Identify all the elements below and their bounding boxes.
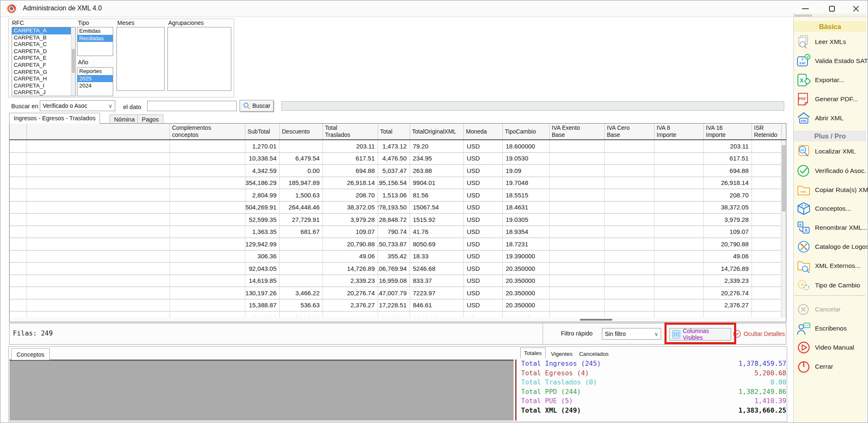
table-cell[interactable]: 10,338.54	[245, 153, 280, 165]
sidebar-item-escribenos[interactable]: Escribenos	[796, 320, 866, 337]
table-cell[interactable]: 19.0305	[503, 214, 550, 226]
table-cell[interactable]	[280, 238, 323, 250]
grid-horizontal-scrollbar[interactable]	[10, 318, 781, 322]
table-cell[interactable]	[170, 153, 245, 165]
table-cell[interactable]	[550, 177, 605, 189]
table-cell[interactable]	[10, 214, 27, 226]
table-cell[interactable]	[655, 263, 704, 275]
table-cell[interactable]: 17,228.51	[378, 299, 410, 311]
table-cell[interactable]	[605, 311, 655, 318]
list-item[interactable]: CARPETA_H	[12, 75, 75, 83]
table-cell[interactable]	[10, 238, 27, 250]
table-cell[interactable]: 4,476.50	[378, 153, 410, 165]
sidebar-item-verificado[interactable]: Verificado ó Asoc.	[796, 163, 866, 179]
grid-horizontal-thumb[interactable]	[580, 319, 612, 321]
sidebar-item-generar-pdf[interactable]: PDF Generar PDF...	[796, 91, 866, 107]
table-cell[interactable]: 355.42	[378, 250, 410, 263]
rfc-listbox[interactable]: CARPETA_ACARPETA_BCARPETA_CCARPETA_DCARP…	[12, 27, 76, 96]
table-cell[interactable]: 5,037.47	[378, 165, 410, 177]
table-cell[interactable]: 18.7231	[503, 238, 550, 250]
column-header[interactable]	[27, 124, 170, 139]
anio-listbox[interactable]: Reportes20252024	[77, 67, 113, 96]
table-cell[interactable]: ﹒﹒﹒﹒﹒﹒	[704, 311, 752, 318]
table-cell[interactable]: 92,043.05	[245, 263, 280, 275]
grid-vertical-thumb[interactable]	[782, 145, 786, 212]
table-cell[interactable]: 147,007.79	[378, 287, 410, 299]
table-cell[interactable]	[550, 189, 605, 201]
column-header[interactable]: Descuento	[280, 124, 323, 139]
table-cell[interactable]: 41.76	[410, 226, 464, 238]
table-cell[interactable]	[605, 238, 655, 250]
table-cell[interactable]: 20,790.88	[704, 238, 752, 250]
column-header[interactable]: Complementos conceptos	[170, 124, 245, 139]
table-cell[interactable]	[752, 299, 782, 311]
table-cell[interactable]	[10, 287, 27, 299]
table-cell[interactable]	[10, 177, 27, 189]
table-cell[interactable]: 18.33	[410, 250, 464, 263]
table-cell[interactable]: 2,339.23	[704, 275, 752, 287]
table-cell[interactable]	[605, 226, 655, 238]
list-item[interactable]: CARPETA_B	[12, 34, 75, 41]
table-row-clipped[interactable]: ﹒﹒﹒﹒﹒﹒﹒﹒﹒﹒﹒﹒﹒﹒﹒﹒﹒﹒﹒﹒﹒﹒﹒﹒﹒﹒﹒﹒﹒﹒﹒﹒﹒﹒﹒﹒﹒﹒﹒﹒…	[10, 311, 786, 318]
table-cell[interactable]	[752, 165, 782, 177]
table-cell[interactable]: 26,918.14	[704, 177, 752, 189]
table-cell[interactable]	[10, 202, 27, 214]
table-cell[interactable]	[550, 140, 605, 152]
table-cell[interactable]	[655, 153, 704, 165]
table-cell[interactable]: 208.70	[704, 189, 752, 201]
column-header[interactable]: IVA 8 Importe	[655, 124, 704, 139]
table-cell[interactable]	[10, 189, 27, 201]
sidebar-item-exportar[interactable]: X Exportar...	[796, 72, 866, 88]
table-cell[interactable]	[605, 287, 655, 299]
table-cell[interactable]: 28,848.72	[378, 214, 410, 226]
sidebar-item-renombrar[interactable]: B A Renombrar XML...	[796, 219, 866, 236]
table-row[interactable]: 92,043.0514,726.89106,769.945246.68USD20…	[10, 263, 786, 275]
tab-ingresos-egresos-traslados[interactable]: Ingresos - Egresos - Traslados	[9, 113, 100, 124]
table-cell[interactable]	[655, 214, 704, 226]
list-item[interactable]: CARPETA_C	[12, 41, 75, 48]
table-cell[interactable]: 16,959.08	[378, 275, 410, 287]
ocultar-detalles-button[interactable]: Ocultar Detalles	[733, 328, 794, 340]
table-cell[interactable]: 2,376.27	[323, 299, 378, 311]
table-cell[interactable]: USD	[464, 263, 503, 275]
table-cell[interactable]	[27, 287, 170, 299]
table-cell[interactable]	[655, 140, 704, 152]
table-cell[interactable]: 1,500.63	[280, 189, 323, 201]
table-cell[interactable]	[170, 238, 245, 250]
table-cell[interactable]	[27, 140, 170, 152]
table-cell[interactable]	[550, 202, 605, 214]
sidebar-item-localizar-xml[interactable]: XML Localizar XML	[796, 143, 866, 160]
table-cell[interactable]: 7223.97	[410, 287, 464, 299]
list-item[interactable]: CARPETA_F	[12, 62, 75, 69]
table-cell[interactable]	[605, 177, 655, 189]
table-cell[interactable]: 208.70	[323, 189, 378, 201]
table-cell[interactable]	[550, 165, 605, 177]
table-cell[interactable]: 109.07	[323, 226, 378, 238]
table-cell[interactable]: USD	[464, 153, 503, 165]
table-cell[interactable]: 1,473.12	[378, 140, 410, 152]
table-row[interactable]: 306.3649.06355.4218.33USD19.39000049.06	[10, 250, 786, 263]
table-cell[interactable]	[27, 299, 170, 311]
columnas-visibles-button[interactable]: Columnas Visibles	[669, 328, 731, 340]
meses-listbox[interactable]	[116, 27, 165, 91]
table-cell[interactable]	[550, 275, 605, 287]
sidebar-item-catalogo-logos[interactable]: Catalogo de Logos	[796, 238, 866, 255]
table-cell[interactable]	[280, 263, 323, 275]
sidebar-item-tipo-cambio[interactable]: Tipo de Cambio	[796, 277, 866, 294]
table-cell[interactable]	[550, 250, 605, 263]
table-cell[interactable]: 8050.69	[410, 238, 464, 250]
table-cell[interactable]: 52,599.35	[245, 214, 280, 226]
table-cell[interactable]	[605, 299, 655, 311]
grid-vertical-scrollbar[interactable]	[781, 140, 786, 318]
table-cell[interactable]	[605, 214, 655, 226]
table-cell[interactable]: 6,479.54	[280, 153, 323, 165]
sidebar-top-thumb[interactable]	[795, 15, 812, 17]
table-cell[interactable]	[605, 250, 655, 263]
table-cell[interactable]: 15,388.87	[245, 299, 280, 311]
list-item[interactable]: CARPETA_E	[12, 55, 75, 62]
table-cell[interactable]: 694.88	[323, 165, 378, 177]
table-cell[interactable]	[655, 202, 704, 214]
table-cell[interactable]	[27, 275, 170, 287]
table-cell[interactable]	[170, 275, 245, 287]
tab-conceptos[interactable]: Conceptos	[11, 348, 50, 360]
